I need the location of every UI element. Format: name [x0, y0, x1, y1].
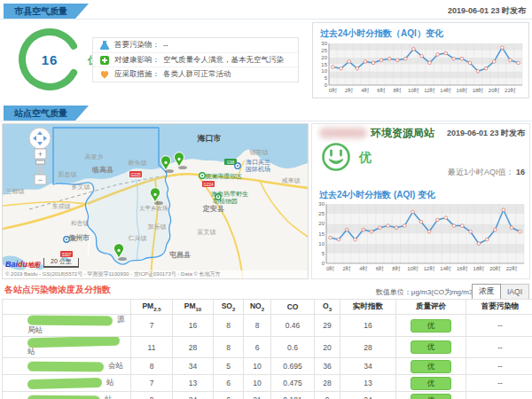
svg-text:8时: 8时 — [394, 88, 402, 93]
latest-aqi: 最近1小时AQI值： 16 — [448, 167, 525, 178]
unit-toggle-iaqi[interactable]: IAQI — [501, 284, 529, 300]
value-cell: 0.475 — [271, 375, 315, 392]
map-label: 定安县 — [202, 204, 224, 213]
value-cell: 11 — [131, 337, 173, 358]
map-label: 和舍镇 — [71, 220, 90, 227]
city-aqi-chart: 0510152025300时2时4时6时8时10时12时14时16时18时20时… — [316, 41, 528, 98]
station-name-redacted — [27, 315, 113, 325]
map-label: 铺前镇 — [249, 149, 269, 156]
value-cell: 9 — [315, 392, 340, 399]
primary-pollutant-cell: -- — [466, 375, 532, 392]
station-section-title: 站点空气质量 — [14, 108, 67, 118]
measures-heart-icon — [99, 69, 110, 80]
column-header: CO — [271, 300, 315, 315]
rating-cell: 优 — [396, 315, 466, 337]
zoom-in-icon[interactable]: + — [38, 150, 43, 159]
primary-pollutant-cell: -- — [466, 392, 532, 399]
station-chart-title: 过去24小时分指数 (AQI) 变化 — [319, 189, 435, 201]
value-cell: 0.46 — [271, 315, 315, 337]
map-scale-bar: 20 公里 — [43, 258, 79, 268]
air-quality-dashboard: 市县空气质量 2019-06-01 23 时发布 16 优 首要污染物：--对健… — [0, 0, 532, 399]
value-cell: 24 — [173, 392, 214, 399]
column-header — [3, 300, 131, 315]
map-label: 临高县 — [92, 165, 113, 174]
svg-text:0: 0 — [322, 261, 325, 266]
svg-text:18时: 18时 — [473, 266, 485, 271]
station-name-redacted — [27, 361, 104, 372]
unit-toggle-concentration[interactable]: 浓度 — [472, 284, 501, 300]
city-chart-title: 过去24小时分指数（AQI）变化 — [320, 27, 528, 40]
value-cell: 21 — [244, 392, 271, 399]
rating-cell: 优 — [396, 392, 466, 399]
svg-text:16时: 16时 — [457, 266, 468, 271]
value-cell: 28 — [173, 337, 214, 358]
value-cell: 8 — [244, 315, 271, 337]
city-publish-time: 2019-06-01 23 时发布 — [448, 5, 526, 17]
zoom-slider-handle[interactable] — [36, 160, 45, 164]
map-label: 海口市 — [197, 134, 222, 143]
value-cell: 10 — [244, 358, 271, 375]
map-canvas[interactable]: G98G224G225S307 海口市临高县儋州市定安县屯昌县桥头镇铺前镇美夏乡… — [3, 124, 308, 278]
value-cell: 16 — [340, 315, 396, 337]
map-label: 观澜湖度假区 — [205, 173, 242, 180]
svg-text:0: 0 — [325, 82, 328, 88]
table-row: 源局站716880.462916优-- — [3, 315, 532, 337]
svg-text:30: 30 — [321, 41, 327, 46]
svg-text:6时: 6时 — [376, 266, 384, 271]
map-attribution: © 2019 Baidu - GS(2018)5572号 - 甲测资字11009… — [3, 270, 308, 278]
map-label: 美夏乡 — [85, 153, 104, 160]
svg-text:14时: 14时 — [440, 266, 451, 271]
svg-text:8时: 8时 — [392, 266, 400, 271]
svg-text:15: 15 — [318, 231, 325, 237]
primary-pollutant-cell: -- — [466, 358, 532, 375]
svg-text:10时: 10时 — [408, 88, 419, 93]
value-cell: 10 — [244, 375, 271, 392]
value-cell: 8 — [214, 337, 244, 358]
rating-badge: 优 — [411, 394, 451, 399]
map-label: 屯昌县 — [168, 251, 191, 259]
svg-text:25: 25 — [321, 48, 327, 53]
table-row: 站9246210.181924优-- — [3, 392, 532, 399]
city-chart-card: 过去24小时分指数（AQI）变化 0510152025300时2时4时6时8时1… — [312, 22, 529, 98]
station-map[interactable]: G98G224G225S307 海口市临高县儋州市定安县屯昌县桥头镇铺前镇美夏乡… — [2, 123, 309, 279]
map-label: 仁兴镇 — [129, 235, 147, 242]
station-section-ribbon: 站点空气质量 — [4, 106, 89, 121]
value-cell: 36 — [315, 358, 340, 375]
station-name-cell: 源局站 — [3, 315, 131, 337]
map-label: 新盈镇 — [59, 170, 77, 178]
poi-dot-core — [237, 165, 239, 167]
value-cell: 8 — [214, 315, 244, 337]
value-cell: 9 — [131, 392, 173, 399]
section-divider — [0, 19, 532, 20]
column-header: PM2.5 — [131, 300, 173, 315]
value-cell: 8 — [131, 358, 173, 375]
map-label: 儋州市 — [67, 233, 90, 242]
table-row: 站7136100.4752813优-- — [3, 375, 532, 392]
city-section-ribbon: 市县空气质量 — [4, 4, 89, 19]
map-pan-control[interactable] — [29, 128, 51, 149]
svg-text:2时: 2时 — [343, 266, 351, 271]
station-name-suffix: 站 — [106, 378, 114, 387]
map-label: 桥头镇 — [128, 160, 147, 167]
value-cell: 5 — [214, 358, 244, 375]
station-name-cell: 站 — [3, 337, 131, 358]
svg-text:10: 10 — [321, 68, 327, 74]
poi-dot-core — [66, 239, 67, 240]
zoom-out-icon[interactable]: − — [38, 176, 43, 184]
info-label: 应采取措施： — [114, 69, 160, 80]
column-header: 实时指数 — [340, 300, 396, 315]
map-label: 太平乡农场 — [139, 205, 168, 212]
svg-text:4时: 4时 — [361, 88, 369, 93]
value-cell: 6 — [214, 375, 244, 392]
info-value: 各类人群可正常活动 — [163, 69, 231, 80]
value-cell: 6 — [244, 337, 271, 358]
value-cell: 34 — [173, 358, 214, 375]
station-aqi-level: 优 — [359, 150, 372, 166]
aqi-line-chart-svg: 0510152025300时2时4时6时8时10时12时14时16时18时20时… — [313, 201, 528, 274]
pollutant-table: PM2.5PM10SO2NO2COO3实时指数质量评价首要污染物源局站71688… — [2, 299, 532, 399]
svg-text:20时: 20时 — [489, 88, 500, 93]
station-name-suffix: 会站 — [108, 361, 123, 370]
rating-cell: 优 — [396, 375, 466, 392]
station-publish-time: 2019-06-01 23 时发布 — [447, 128, 525, 139]
column-header: SO2 — [214, 300, 244, 315]
